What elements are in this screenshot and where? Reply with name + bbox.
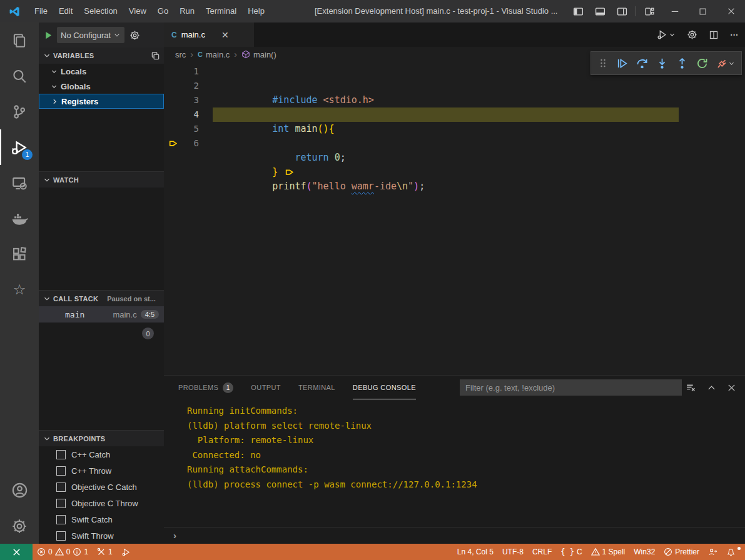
- menu-view[interactable]: View: [123, 0, 152, 22]
- configure-launch-button[interactable]: [129, 30, 140, 41]
- eol-status[interactable]: CRLF: [528, 548, 556, 556]
- formatter-status[interactable]: Prettier: [659, 548, 704, 556]
- titlebar-separator: [636, 6, 636, 16]
- ports-status[interactable]: 1: [93, 548, 117, 556]
- breakpoints-header[interactable]: BREAKPOINTS: [39, 430, 164, 446]
- encoding-status[interactable]: UTF-8: [498, 548, 528, 556]
- call-stack-header[interactable]: CALL STACK Paused on st...: [39, 290, 164, 306]
- breadcrumb-folder[interactable]: src: [175, 50, 186, 59]
- code-editor[interactable]: 1 #include <stdio.h> 2 3 int main(){ 4: [164, 62, 745, 375]
- tab-debug-console[interactable]: DEBUG CONSOLE: [353, 376, 416, 399]
- step-into-button[interactable]: [656, 58, 668, 69]
- variables-scope-registers[interactable]: Registers: [39, 94, 164, 109]
- platform-status[interactable]: Win32: [629, 548, 659, 556]
- debug-config-dropdown[interactable]: No Configurat: [57, 27, 124, 43]
- checkbox[interactable]: [56, 515, 66, 524]
- debug-console-output[interactable]: Running initCommands:(lldb) platform sel…: [164, 399, 745, 492]
- activity-search[interactable]: [0, 58, 39, 94]
- step-over-button[interactable]: [636, 58, 648, 69]
- notifications-button[interactable]: [722, 548, 740, 557]
- close-window-button[interactable]: [717, 0, 745, 22]
- breakpoint-objc-catch[interactable]: Objective C Catch: [39, 479, 164, 495]
- code-line: 2: [164, 79, 745, 93]
- cursor-position[interactable]: Ln 4, Col 5: [453, 548, 498, 556]
- close-panel-button[interactable]: [727, 383, 736, 392]
- minimize-button[interactable]: [661, 0, 689, 22]
- restart-button[interactable]: [696, 58, 708, 69]
- activity-source-control[interactable]: [0, 94, 39, 129]
- run-or-debug-button[interactable]: [657, 29, 676, 40]
- feedback-button[interactable]: [704, 548, 722, 557]
- slash-circle-icon: [664, 548, 672, 556]
- session-badge: 0: [142, 328, 154, 339]
- docker-icon: [11, 210, 28, 228]
- activity-remote-explorer[interactable]: [0, 165, 39, 201]
- customize-layout-button[interactable]: [639, 0, 661, 22]
- menu-selection[interactable]: Selection: [78, 0, 123, 22]
- split-editor-button[interactable]: [709, 30, 719, 40]
- menu-go[interactable]: Go: [152, 0, 174, 22]
- breakpoint-swift-catch[interactable]: Swift Catch: [39, 511, 164, 528]
- breadcrumb-file[interactable]: main.c: [206, 50, 230, 59]
- activity-favorites[interactable]: ☆: [0, 272, 39, 308]
- copy-value-button[interactable]: [151, 51, 160, 61]
- checkbox[interactable]: [56, 531, 66, 541]
- activity-docker[interactable]: [0, 201, 39, 236]
- toggle-secondary-sidebar-button[interactable]: [611, 0, 633, 22]
- tools-count: 1: [108, 548, 113, 556]
- platform-label: Win32: [634, 548, 655, 556]
- remote-indicator[interactable]: [0, 544, 33, 560]
- more-actions-button[interactable]: ⋯: [730, 30, 739, 39]
- menu-terminal[interactable]: Terminal: [200, 0, 242, 22]
- activity-extensions[interactable]: [0, 236, 39, 272]
- toolbar-grip-icon[interactable]: [598, 58, 608, 68]
- remote-icon: [12, 548, 21, 557]
- spell-checker-status[interactable]: 1 Spell: [587, 548, 630, 556]
- tab-terminal[interactable]: TERMINAL: [298, 376, 335, 399]
- toggle-panel-button[interactable]: [589, 0, 611, 22]
- start-debug-icon[interactable]: [44, 31, 53, 40]
- open-settings-button[interactable]: [687, 29, 697, 40]
- activity-run-debug[interactable]: 1: [0, 129, 39, 165]
- toggle-sidebar-button[interactable]: [567, 0, 589, 22]
- variables-header[interactable]: VARIABLES: [39, 48, 164, 64]
- breakpoint-swift-throw[interactable]: Swift Throw: [39, 528, 164, 544]
- variables-scope-globals[interactable]: Globals: [39, 79, 164, 94]
- checkbox[interactable]: [56, 499, 66, 508]
- warning-icon: [55, 548, 64, 556]
- breakpoint-cpp-throw[interactable]: C++ Throw: [39, 462, 164, 479]
- problems-status[interactable]: 0 0 1: [33, 548, 93, 556]
- disconnect-button[interactable]: [716, 58, 735, 69]
- menu-help[interactable]: Help: [242, 0, 270, 22]
- clear-console-button[interactable]: [686, 382, 696, 393]
- checkbox[interactable]: [56, 450, 66, 459]
- tab-close-button[interactable]: ✕: [221, 30, 229, 40]
- checkbox[interactable]: [56, 482, 66, 492]
- variables-scope-locals[interactable]: Locals: [39, 64, 164, 79]
- tab-main-c[interactable]: C main.c ✕: [164, 22, 254, 47]
- activity-settings[interactable]: [0, 508, 39, 544]
- breakpoint-objc-throw[interactable]: Objective C Throw: [39, 495, 164, 511]
- debug-status[interactable]: [117, 548, 135, 557]
- breadcrumb-symbol[interactable]: main(): [253, 50, 276, 59]
- menu-file[interactable]: File: [29, 0, 53, 22]
- tab-output[interactable]: OUTPUT: [251, 376, 281, 399]
- language-mode[interactable]: { } C: [556, 548, 586, 556]
- stack-frame-row[interactable]: main main.c 4:5: [39, 306, 164, 322]
- code-token: printf: [272, 181, 306, 192]
- activity-account[interactable]: [0, 472, 39, 508]
- variables-title: VARIABLES: [53, 52, 94, 59]
- checkbox[interactable]: [56, 466, 66, 476]
- continue-button[interactable]: [616, 58, 628, 69]
- menu-run[interactable]: Run: [174, 0, 200, 22]
- watch-header[interactable]: WATCH: [39, 171, 164, 188]
- console-filter-input[interactable]: [460, 379, 682, 396]
- tab-problems[interactable]: PROBLEMS 1: [178, 376, 233, 399]
- step-out-button[interactable]: [676, 58, 688, 69]
- maximize-panel-button[interactable]: [707, 383, 716, 392]
- menu-edit[interactable]: Edit: [53, 0, 78, 22]
- maximize-button[interactable]: [689, 0, 717, 22]
- activity-explorer[interactable]: [0, 22, 39, 58]
- debug-console-input[interactable]: ›: [164, 527, 745, 542]
- breakpoint-cpp-catch[interactable]: C++ Catch: [39, 446, 164, 462]
